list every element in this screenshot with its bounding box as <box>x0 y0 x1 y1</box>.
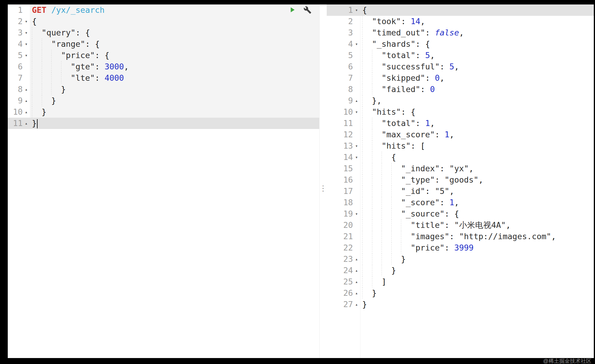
code-text[interactable]: "skipped": 0, <box>360 72 594 84</box>
code-line[interactable]: 11▴} <box>8 118 319 129</box>
code-text[interactable]: "took": 14, <box>360 16 594 27</box>
code-text[interactable]: "_type": "goods", <box>360 174 594 186</box>
code-line[interactable]: 4▾"range": { <box>8 38 319 50</box>
code-line[interactable]: 10▴} <box>8 106 319 118</box>
fold-toggle-icon[interactable]: ▴ <box>353 253 360 265</box>
code-text[interactable]: "hits": [ <box>360 140 594 152</box>
fold-toggle-icon[interactable]: ▾ <box>353 106 360 118</box>
code-line[interactable]: 15"_index": "yx", <box>327 163 594 174</box>
code-line[interactable]: 14▾{ <box>327 152 594 163</box>
code-text[interactable]: { <box>360 4 594 16</box>
code-line[interactable]: 7"skipped": 0, <box>327 72 594 84</box>
code-line[interactable]: 3▾"query": { <box>8 27 319 38</box>
code-text[interactable]: GET /yx/_search <box>30 4 319 16</box>
code-text[interactable]: "successful": 5, <box>360 61 594 72</box>
code-line[interactable]: 20"title": "小米电视4A", <box>327 220 594 231</box>
request-options-button[interactable] <box>303 6 312 14</box>
fold-toggle-icon[interactable]: ▾ <box>353 4 360 16</box>
code-text[interactable]: }, <box>360 95 594 106</box>
code-line[interactable]: 23▴} <box>327 253 594 265</box>
code-line[interactable]: 24▴} <box>327 265 594 276</box>
code-text[interactable]: "total": 5, <box>360 50 594 61</box>
code-line[interactable]: 11"total": 1, <box>327 118 594 129</box>
code-text[interactable]: } <box>30 106 319 118</box>
code-line[interactable]: 1▾{ <box>327 4 594 16</box>
code-text[interactable]: } <box>360 253 594 265</box>
code-text[interactable]: "range": { <box>30 38 319 50</box>
code-line[interactable]: 8▴} <box>8 84 319 95</box>
code-line[interactable]: 1GET /yx/_search <box>8 4 319 16</box>
code-line[interactable]: 12"max_score": 1, <box>327 129 594 140</box>
fold-toggle-icon[interactable]: ▴ <box>23 95 30 106</box>
code-line[interactable]: 18"_score": 1, <box>327 197 594 208</box>
code-line[interactable]: 27▴} <box>327 299 594 310</box>
code-line[interactable]: 25▴] <box>327 276 594 287</box>
request-editor-pane[interactable]: 1GET /yx/_search2▾{3▾"query": {4▾"range"… <box>8 4 320 358</box>
code-text[interactable]: { <box>360 152 594 163</box>
fold-toggle-icon[interactable]: ▴ <box>353 287 360 299</box>
fold-toggle-icon[interactable]: ▾ <box>23 27 30 38</box>
code-line[interactable]: 16"_type": "goods", <box>327 174 594 186</box>
code-text[interactable]: "price": { <box>30 50 319 61</box>
code-text[interactable]: "_score": 1, <box>360 197 594 208</box>
code-line[interactable]: 9▴}, <box>327 95 594 106</box>
code-text[interactable]: "title": "小米电视4A", <box>360 220 594 231</box>
fold-toggle-icon[interactable]: ▾ <box>23 50 30 61</box>
pane-resizer[interactable]: ⋮ <box>320 4 327 358</box>
code-line[interactable]: 5"total": 5, <box>327 50 594 61</box>
code-text[interactable]: "timed_out": false, <box>360 27 594 38</box>
code-line[interactable]: 3"timed_out": false, <box>327 27 594 38</box>
code-text[interactable]: "total": 1, <box>360 118 594 129</box>
code-line[interactable]: 7"lte": 4000 <box>8 72 319 84</box>
fold-toggle-icon[interactable]: ▴ <box>353 299 360 310</box>
code-text[interactable]: "price": 3999 <box>360 242 594 253</box>
code-text[interactable]: } <box>360 287 594 299</box>
send-request-button[interactable] <box>288 6 296 14</box>
code-text[interactable]: ] <box>360 276 594 287</box>
fold-toggle-icon[interactable]: ▾ <box>23 38 30 50</box>
fold-toggle-icon[interactable]: ▾ <box>23 16 30 27</box>
code-line[interactable]: 5▾"price": { <box>8 50 319 61</box>
code-line[interactable]: 8"failed": 0 <box>327 84 594 95</box>
code-line[interactable]: 21"images": "http://images.com", <box>327 231 594 242</box>
code-text[interactable]: "images": "http://images.com", <box>360 231 594 242</box>
code-text[interactable]: "lte": 4000 <box>30 72 319 84</box>
fold-toggle-icon[interactable]: ▴ <box>353 265 360 276</box>
fold-toggle-icon[interactable]: ▾ <box>353 38 360 50</box>
code-text[interactable]: "failed": 0 <box>360 84 594 95</box>
code-line[interactable]: 19▾"_source": { <box>327 208 594 220</box>
fold-toggle-icon[interactable]: ▾ <box>353 208 360 220</box>
code-line[interactable]: 6"gte": 3000, <box>8 61 319 72</box>
code-text[interactable]: "_index": "yx", <box>360 163 594 174</box>
code-line[interactable]: 2▾{ <box>8 16 319 27</box>
code-line[interactable]: 13▾"hits": [ <box>327 140 594 152</box>
code-text[interactable]: } <box>30 84 319 95</box>
response-viewer-pane[interactable]: 1▾{2"took": 14,3"timed_out": false,4▾"_s… <box>327 4 594 358</box>
fold-toggle-icon[interactable]: ▾ <box>353 140 360 152</box>
code-text[interactable]: "query": { <box>30 27 319 38</box>
code-line[interactable]: 4▾"_shards": { <box>327 38 594 50</box>
code-text[interactable]: { <box>30 16 319 27</box>
code-text[interactable]: "_shards": { <box>360 38 594 50</box>
code-line[interactable]: 17"_id": "5", <box>327 186 594 197</box>
code-text[interactable]: "hits": { <box>360 106 594 118</box>
fold-toggle-icon[interactable]: ▾ <box>353 152 360 163</box>
fold-toggle-icon[interactable]: ▴ <box>23 84 30 95</box>
code-line[interactable]: 22"price": 3999 <box>327 242 594 253</box>
code-line[interactable]: 10▾"hits": { <box>327 106 594 118</box>
code-text[interactable]: "max_score": 1, <box>360 129 594 140</box>
code-line[interactable]: 2"took": 14, <box>327 16 594 27</box>
code-text[interactable]: } <box>30 95 319 106</box>
code-line[interactable]: 6"successful": 5, <box>327 61 594 72</box>
code-text[interactable]: } <box>30 118 319 129</box>
fold-toggle-icon[interactable]: ▴ <box>23 118 30 129</box>
fold-toggle-icon[interactable]: ▴ <box>23 106 30 118</box>
code-line[interactable]: 26▴} <box>327 287 594 299</box>
code-text[interactable]: "_source": { <box>360 208 594 220</box>
fold-toggle-icon[interactable]: ▴ <box>353 276 360 287</box>
fold-toggle-icon[interactable]: ▴ <box>353 95 360 106</box>
code-text[interactable]: } <box>360 299 594 310</box>
code-text[interactable]: "_id": "5", <box>360 186 594 197</box>
code-line[interactable]: 9▴} <box>8 95 319 106</box>
code-text[interactable]: } <box>360 265 594 276</box>
